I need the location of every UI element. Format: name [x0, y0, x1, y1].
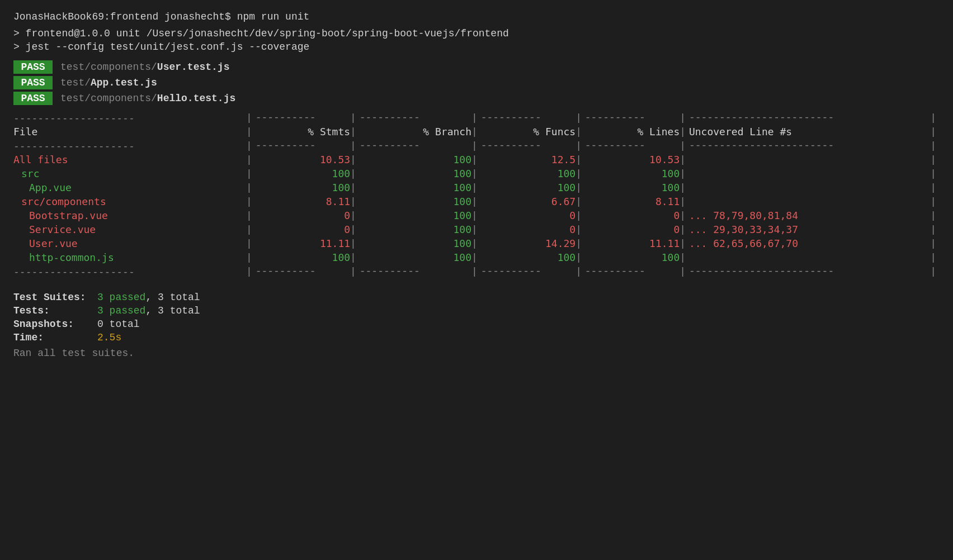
tests-total: , 3 total: [145, 305, 200, 316]
coverage-table-wrapper: -------------------- | ---------- | ----…: [13, 111, 940, 278]
pass-path-3: test/components/Hello.test.js: [60, 93, 235, 104]
cell-branch-appvue: 100: [360, 181, 471, 194]
cell-lines-bootstrapvue: 0: [585, 208, 680, 222]
cell-stmts-httpcommon: 100: [256, 250, 350, 264]
cell-file-appvue: App.vue: [13, 181, 246, 194]
cell-file-uservue: User.vue: [13, 236, 246, 250]
cell-branch-bootstrapvue: 100: [360, 208, 471, 222]
pass-row-1: PASS test/components/User.test.js: [13, 60, 940, 74]
cell-lines-appvue: 100: [585, 181, 680, 194]
table-row: User.vue | 11.11 | 100 | 14.29 | 11.11 |…: [13, 236, 940, 250]
cell-uncovered-src: [689, 167, 930, 181]
cell-branch-srccomponents: 100: [360, 194, 471, 208]
cell-funcs-uservue: 14.29: [481, 236, 575, 250]
divider-header: -------------------- | ---------- | ----…: [13, 139, 940, 153]
pass-row-2: PASS test/App.test.js: [13, 76, 940, 89]
table-row: Bootstrap.vue | 0 | 100 | 0 | 0 | ... 78…: [13, 208, 940, 222]
ran-line: Ran all test suites.: [13, 348, 940, 359]
tests-label: Tests:: [13, 305, 97, 316]
col-header-stmts: % Stmts: [256, 125, 350, 139]
cell-stmts-srccomponents: 8.11: [256, 194, 350, 208]
summary-section: Test Suites: 3 passed, 3 total Tests: 3 …: [13, 292, 940, 359]
cell-funcs-srccomponents: 6.67: [481, 194, 575, 208]
cell-lines-httpcommon: 100: [585, 250, 680, 264]
cell-lines-allfiles: 10.53: [585, 153, 680, 167]
table-row: src/components | 8.11 | 100 | 6.67 | 8.1…: [13, 194, 940, 208]
cell-file-src: src: [13, 167, 246, 181]
table-row: http-common.js | 100 | 100 | 100 | 100 |…: [13, 250, 940, 264]
snapshots-value: 0 total: [97, 319, 140, 330]
summary-snapshots: Snapshots: 0 total: [13, 319, 940, 330]
coverage-table: -------------------- | ---------- | ----…: [13, 111, 940, 278]
divider-top: -------------------- | ---------- | ----…: [13, 111, 940, 125]
cell-branch-httpcommon: 100: [360, 250, 471, 264]
terminal: JonasHackBook69:frontend jonashecht$ npm…: [13, 11, 940, 359]
cell-uncovered-bootstrapvue: ... 78,79,80,81,84: [689, 208, 930, 222]
cell-funcs-servicevue: 0: [481, 222, 575, 236]
prompt-line: JonasHackBook69:frontend jonashecht$ npm…: [13, 11, 940, 22]
cell-uncovered-servicevue: ... 29,30,33,34,37: [689, 222, 930, 236]
pass-badge-2: PASS: [13, 76, 53, 89]
cell-file-servicevue: Service.vue: [13, 222, 246, 236]
tests-passed: 3 passed: [97, 305, 145, 316]
cell-stmts-allfiles: 10.53: [256, 153, 350, 167]
time-label: Time:: [13, 332, 97, 343]
col-header-file: File: [13, 125, 246, 139]
cmd-output-2: > jest --config test/unit/jest.conf.js -…: [13, 41, 940, 53]
pass-badge-3: PASS: [13, 92, 53, 105]
cmd-output-1: > frontend@1.0.0 unit /Users/jonashecht/…: [13, 28, 940, 39]
cell-lines-uservue: 11.11: [585, 236, 680, 250]
cell-funcs-bootstrapvue: 0: [481, 208, 575, 222]
pass-path-2: test/App.test.js: [60, 77, 157, 88]
cell-branch-src: 100: [360, 167, 471, 181]
test-suites-label: Test Suites:: [13, 292, 97, 303]
cell-stmts-servicevue: 0: [256, 222, 350, 236]
cell-stmts-uservue: 11.11: [256, 236, 350, 250]
table-row: All files | 10.53 | 100 | 12.5 | 10.53 |…: [13, 153, 940, 167]
table-row: Service.vue | 0 | 100 | 0 | 0 | ... 29,3…: [13, 222, 940, 236]
col-header-branch: % Branch: [360, 125, 471, 139]
pass-path-1: test/components/User.test.js: [60, 61, 229, 73]
summary-time: Time: 2.5s: [13, 332, 940, 343]
divider-bottom: -------------------- | ---------- | ----…: [13, 264, 940, 278]
cell-uncovered-allfiles: [689, 153, 930, 167]
cell-uncovered-srccomponents: [689, 194, 930, 208]
time-value: 2.5s: [97, 332, 121, 343]
pass-badge-1: PASS: [13, 60, 53, 74]
cell-branch-allfiles: 100: [360, 153, 471, 167]
cell-lines-srccomponents: 8.11: [585, 194, 680, 208]
cell-uncovered-appvue: [689, 181, 930, 194]
cell-stmts-appvue: 100: [256, 181, 350, 194]
cell-file-httpcommon: http-common.js: [13, 250, 246, 264]
cell-funcs-httpcommon: 100: [481, 250, 575, 264]
summary-test-suites: Test Suites: 3 passed, 3 total: [13, 292, 940, 303]
col-header-funcs: % Funcs: [481, 125, 575, 139]
summary-tests: Tests: 3 passed, 3 total: [13, 305, 940, 316]
cell-branch-servicevue: 100: [360, 222, 471, 236]
cell-file-srccomponents: src/components: [13, 194, 246, 208]
cell-funcs-allfiles: 12.5: [481, 153, 575, 167]
cell-funcs-src: 100: [481, 167, 575, 181]
cell-uncovered-httpcommon: [689, 250, 930, 264]
cell-lines-servicevue: 0: [585, 222, 680, 236]
cell-file-bootstrapvue: Bootstrap.vue: [13, 208, 246, 222]
table-row: App.vue | 100 | 100 | 100 | 100 | |: [13, 181, 940, 194]
cell-funcs-appvue: 100: [481, 181, 575, 194]
cell-stmts-bootstrapvue: 0: [256, 208, 350, 222]
pass-row-3: PASS test/components/Hello.test.js: [13, 92, 940, 105]
test-suites-passed: 3 passed: [97, 292, 145, 303]
snapshots-label: Snapshots:: [13, 319, 97, 330]
tests-value: 3 passed, 3 total: [97, 305, 200, 316]
cell-uncovered-uservue: ... 62,65,66,67,70: [689, 236, 930, 250]
table-header-row: File | % Stmts | % Branch | % Funcs | % …: [13, 125, 940, 139]
cell-stmts-src: 100: [256, 167, 350, 181]
test-suites-value: 3 passed, 3 total: [97, 292, 200, 303]
table-row: src | 100 | 100 | 100 | 100 | |: [13, 167, 940, 181]
cell-branch-uservue: 100: [360, 236, 471, 250]
col-header-uncovered: Uncovered Line #s: [689, 125, 930, 139]
col-header-lines: % Lines: [585, 125, 680, 139]
pass-lines: PASS test/components/User.test.js PASS t…: [13, 60, 940, 105]
cell-file-allfiles: All files: [13, 153, 246, 167]
test-suites-total: , 3 total: [145, 292, 200, 303]
cell-lines-src: 100: [585, 167, 680, 181]
